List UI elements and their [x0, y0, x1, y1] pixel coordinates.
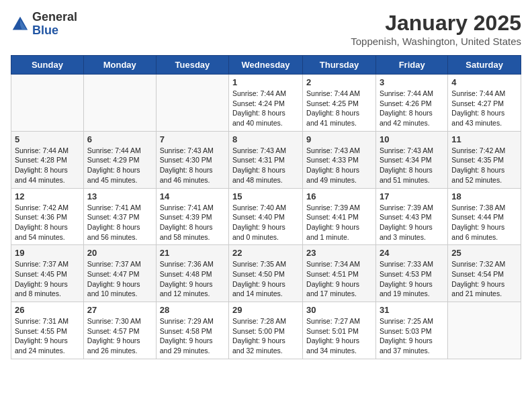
day-number: 7 — [160, 134, 225, 144]
calendar-day-cell: 10Sunrise: 7:43 AM Sunset: 4:34 PM Dayli… — [375, 131, 447, 188]
calendar-week-row: 12Sunrise: 7:42 AM Sunset: 4:36 PM Dayli… — [11, 188, 521, 245]
day-info: Sunrise: 7:44 AM Sunset: 4:25 PM Dayligh… — [306, 89, 372, 128]
calendar-day-cell: 28Sunrise: 7:29 AM Sunset: 4:58 PM Dayli… — [156, 302, 228, 359]
day-number: 27 — [87, 305, 152, 315]
day-info: Sunrise: 7:44 AM Sunset: 4:27 PM Dayligh… — [451, 89, 517, 128]
calendar-day-cell: 14Sunrise: 7:41 AM Sunset: 4:39 PM Dayli… — [156, 188, 228, 245]
day-number: 3 — [380, 77, 444, 87]
calendar-day-cell: 19Sunrise: 7:37 AM Sunset: 4:45 PM Dayli… — [11, 245, 84, 302]
day-number: 2 — [306, 77, 372, 87]
day-info: Sunrise: 7:35 AM Sunset: 4:50 PM Dayligh… — [232, 259, 299, 299]
calendar-header-row: SundayMondayTuesdayWednesdayThursdayFrid… — [11, 56, 521, 75]
calendar-week-row: 5Sunrise: 7:44 AM Sunset: 4:28 PM Daylig… — [11, 131, 521, 188]
day-info: Sunrise: 7:44 AM Sunset: 4:29 PM Dayligh… — [87, 146, 152, 185]
day-number: 8 — [232, 134, 299, 144]
calendar-day-cell: 4Sunrise: 7:44 AM Sunset: 4:27 PM Daylig… — [448, 75, 521, 132]
logo-blue: Blue — [32, 24, 77, 38]
calendar-day-cell: 24Sunrise: 7:33 AM Sunset: 4:53 PM Dayli… — [375, 245, 447, 302]
day-info: Sunrise: 7:41 AM Sunset: 4:39 PM Dayligh… — [160, 203, 225, 242]
calendar-day-cell: 25Sunrise: 7:32 AM Sunset: 4:54 PM Dayli… — [448, 245, 521, 302]
day-info: Sunrise: 7:27 AM Sunset: 5:01 PM Dayligh… — [306, 316, 372, 356]
day-number: 15 — [232, 191, 299, 201]
day-of-week-header: Wednesday — [229, 56, 303, 75]
calendar-day-cell: 1Sunrise: 7:44 AM Sunset: 4:24 PM Daylig… — [229, 75, 303, 132]
day-number: 11 — [451, 134, 517, 144]
calendar-day-cell: 15Sunrise: 7:40 AM Sunset: 4:40 PM Dayli… — [229, 188, 303, 245]
day-number: 24 — [380, 248, 444, 258]
day-info: Sunrise: 7:44 AM Sunset: 4:26 PM Dayligh… — [380, 89, 444, 128]
calendar-day-cell: 29Sunrise: 7:28 AM Sunset: 5:00 PM Dayli… — [229, 302, 303, 359]
day-number: 19 — [15, 248, 80, 258]
day-number: 5 — [15, 134, 80, 144]
day-info: Sunrise: 7:41 AM Sunset: 4:37 PM Dayligh… — [87, 203, 152, 242]
page-header: General Blue January 2025 Toppenish, Was… — [11, 11, 521, 47]
calendar-day-cell: 16Sunrise: 7:39 AM Sunset: 4:41 PM Dayli… — [303, 188, 376, 245]
calendar-day-cell: 26Sunrise: 7:31 AM Sunset: 4:55 PM Dayli… — [11, 302, 84, 359]
calendar-day-cell: 11Sunrise: 7:42 AM Sunset: 4:35 PM Dayli… — [448, 131, 521, 188]
day-info: Sunrise: 7:36 AM Sunset: 4:48 PM Dayligh… — [160, 259, 225, 299]
day-of-week-header: Thursday — [303, 56, 376, 75]
calendar-day-cell: 22Sunrise: 7:35 AM Sunset: 4:50 PM Dayli… — [229, 245, 303, 302]
calendar-day-cell: 12Sunrise: 7:42 AM Sunset: 4:36 PM Dayli… — [11, 188, 84, 245]
calendar-day-cell: 21Sunrise: 7:36 AM Sunset: 4:48 PM Dayli… — [156, 245, 228, 302]
day-info: Sunrise: 7:37 AM Sunset: 4:47 PM Dayligh… — [87, 259, 152, 299]
location: Toppenish, Washington, United States — [351, 36, 521, 47]
day-number: 13 — [87, 191, 152, 201]
calendar-day-cell: 31Sunrise: 7:25 AM Sunset: 5:03 PM Dayli… — [375, 302, 447, 359]
calendar-day-cell: 27Sunrise: 7:30 AM Sunset: 4:57 PM Dayli… — [83, 302, 156, 359]
day-number: 1 — [232, 77, 299, 87]
day-number: 9 — [306, 134, 372, 144]
day-number: 12 — [15, 191, 80, 201]
day-info: Sunrise: 7:43 AM Sunset: 4:33 PM Dayligh… — [306, 146, 372, 185]
day-number: 18 — [451, 191, 517, 201]
calendar-day-cell — [448, 302, 521, 359]
day-info: Sunrise: 7:44 AM Sunset: 4:28 PM Dayligh… — [15, 146, 80, 185]
day-info: Sunrise: 7:37 AM Sunset: 4:45 PM Dayligh… — [15, 259, 80, 299]
month-title: January 2025 — [351, 11, 521, 36]
calendar-day-cell: 2Sunrise: 7:44 AM Sunset: 4:25 PM Daylig… — [303, 75, 376, 132]
calendar-day-cell: 9Sunrise: 7:43 AM Sunset: 4:33 PM Daylig… — [303, 131, 376, 188]
calendar-day-cell: 20Sunrise: 7:37 AM Sunset: 4:47 PM Dayli… — [83, 245, 156, 302]
day-info: Sunrise: 7:42 AM Sunset: 4:35 PM Dayligh… — [451, 146, 517, 185]
day-number: 10 — [380, 134, 444, 144]
day-number: 17 — [380, 191, 444, 201]
day-info: Sunrise: 7:42 AM Sunset: 4:36 PM Dayligh… — [15, 203, 80, 242]
day-number: 20 — [87, 248, 152, 258]
day-of-week-header: Friday — [375, 56, 447, 75]
day-of-week-header: Tuesday — [156, 56, 228, 75]
day-info: Sunrise: 7:43 AM Sunset: 4:30 PM Dayligh… — [160, 146, 225, 185]
day-number: 25 — [451, 248, 517, 258]
calendar-week-row: 26Sunrise: 7:31 AM Sunset: 4:55 PM Dayli… — [11, 302, 521, 359]
day-number: 6 — [87, 134, 152, 144]
day-info: Sunrise: 7:30 AM Sunset: 4:57 PM Dayligh… — [87, 316, 152, 356]
calendar-day-cell: 3Sunrise: 7:44 AM Sunset: 4:26 PM Daylig… — [375, 75, 447, 132]
day-number: 4 — [451, 77, 517, 87]
day-number: 26 — [15, 305, 80, 315]
day-info: Sunrise: 7:38 AM Sunset: 4:44 PM Dayligh… — [451, 203, 517, 242]
logo-icon — [11, 15, 30, 34]
day-number: 28 — [160, 305, 225, 315]
day-number: 14 — [160, 191, 225, 201]
day-info: Sunrise: 7:40 AM Sunset: 4:40 PM Dayligh… — [232, 203, 299, 242]
day-info: Sunrise: 7:44 AM Sunset: 4:24 PM Dayligh… — [232, 89, 299, 128]
day-of-week-header: Monday — [83, 56, 156, 75]
calendar-day-cell: 7Sunrise: 7:43 AM Sunset: 4:30 PM Daylig… — [156, 131, 228, 188]
day-info: Sunrise: 7:32 AM Sunset: 4:54 PM Dayligh… — [451, 259, 517, 299]
calendar-day-cell: 6Sunrise: 7:44 AM Sunset: 4:29 PM Daylig… — [83, 131, 156, 188]
logo-general: General — [32, 11, 77, 24]
day-info: Sunrise: 7:39 AM Sunset: 4:43 PM Dayligh… — [380, 203, 444, 242]
logo: General Blue — [11, 11, 77, 38]
calendar-day-cell: 13Sunrise: 7:41 AM Sunset: 4:37 PM Dayli… — [83, 188, 156, 245]
logo-text: General Blue — [32, 11, 77, 38]
day-number: 31 — [380, 305, 444, 315]
day-info: Sunrise: 7:43 AM Sunset: 4:34 PM Dayligh… — [380, 146, 444, 185]
day-info: Sunrise: 7:29 AM Sunset: 4:58 PM Dayligh… — [160, 316, 225, 356]
day-of-week-header: Saturday — [448, 56, 521, 75]
day-number: 29 — [232, 305, 299, 315]
calendar-day-cell: 17Sunrise: 7:39 AM Sunset: 4:43 PM Dayli… — [375, 188, 447, 245]
calendar-day-cell: 30Sunrise: 7:27 AM Sunset: 5:01 PM Dayli… — [303, 302, 376, 359]
day-info: Sunrise: 7:31 AM Sunset: 4:55 PM Dayligh… — [15, 316, 80, 356]
calendar: SundayMondayTuesdayWednesdayThursdayFrid… — [11, 55, 521, 359]
title-block: January 2025 Toppenish, Washington, Unit… — [351, 11, 521, 47]
day-info: Sunrise: 7:25 AM Sunset: 5:03 PM Dayligh… — [380, 316, 444, 356]
